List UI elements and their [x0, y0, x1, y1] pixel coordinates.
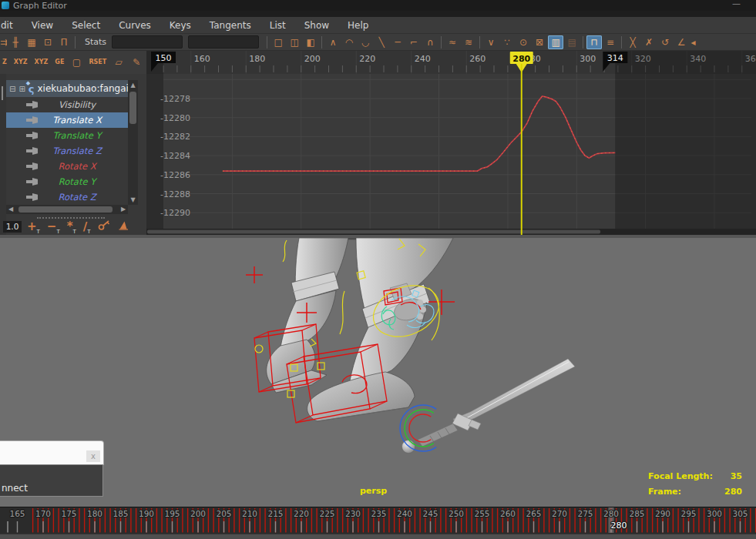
graph-editor-buffer-icon[interactable]: GE — [52, 55, 66, 69]
range-slider-strip[interactable] — [0, 534, 756, 539]
viewport-canvas[interactable] — [0, 238, 756, 507]
horizontal-scrollbar[interactable]: ◀ ▶ — [6, 205, 128, 214]
popup-dialog-header[interactable]: x — [0, 441, 103, 464]
menu-select[interactable]: Select — [62, 20, 109, 31]
graph-hscrollbar-thumb[interactable] — [147, 230, 600, 234]
scrollbar-thumb[interactable] — [18, 206, 113, 213]
channel-label: Translate Y — [6, 130, 128, 141]
key-pin-icon[interactable] — [26, 101, 39, 109]
menu-show[interactable]: Show — [295, 20, 338, 31]
stacked-view-icon[interactable]: ⊓ — [586, 35, 602, 49]
svg-text:300: 300 — [580, 54, 596, 64]
graph-canvas[interactable]: 160180200220240260280300320340360-12278-… — [146, 51, 756, 235]
rotate-xyz-icon[interactable]: XYZ — [12, 55, 30, 69]
channel-row-rotate-x[interactable]: Rotate X — [6, 159, 128, 174]
linear-tangent-icon[interactable]: ╲ — [374, 35, 389, 49]
channel-row-translate-z[interactable]: Translate Z — [6, 143, 128, 159]
retime-tool-icon[interactable]: Π — [56, 35, 72, 49]
expand-icon[interactable]: ⊞ — [18, 85, 25, 93]
frame-all-icon[interactable]: □ — [270, 35, 286, 49]
time-slider[interactable]: 1651701751801851901952002052102152202252… — [0, 507, 756, 534]
key-pin-icon[interactable] — [26, 147, 39, 155]
clamped-tangent-icon[interactable]: ◡ — [358, 35, 373, 49]
svg-text:180: 180 — [87, 509, 102, 518]
scroll-right-icon[interactable]: ▶ — [119, 205, 128, 214]
stats-time-field[interactable] — [112, 35, 183, 49]
scroll-down-icon[interactable]: ▼ — [128, 195, 138, 205]
subtract-keys-icon[interactable]: −T — [47, 219, 60, 233]
menu-dit[interactable]: dit — [0, 20, 22, 31]
key-pin-icon[interactable] — [26, 132, 39, 139]
center-current-time-icon[interactable]: ◧ — [303, 35, 318, 49]
channel-row-translate-x[interactable]: Translate X — [6, 112, 128, 128]
key-pin-icon[interactable] — [26, 193, 39, 201]
break-connection-icon[interactable]: ╳ — [625, 35, 640, 49]
scale-value-field[interactable]: 1.0 — [3, 221, 22, 233]
add-keys-icon[interactable]: +T — [27, 219, 40, 233]
translate-xyz-icon[interactable]: XYZ — [32, 55, 51, 69]
reset-buffer-icon[interactable]: RSET — [86, 55, 109, 69]
popup-dialog-body[interactable]: nnect — [0, 464, 103, 497]
ghost-keys-icon[interactable]: ▢ — [69, 55, 84, 69]
vertical-scrollbar[interactable]: ▲ ▼ — [128, 80, 138, 205]
menu-view[interactable]: View — [22, 20, 62, 31]
popup-menu-item[interactable]: nnect — [2, 483, 28, 494]
frame-playback-range-icon[interactable]: ◫ — [287, 35, 302, 49]
auto-tangent-icon[interactable]: ∧ — [325, 35, 341, 49]
move-nearest-key-icon[interactable]: ╫ — [8, 35, 23, 49]
channel-label: Rotate Z — [6, 192, 128, 203]
filter-cone-icon[interactable] — [118, 219, 131, 233]
unify-tangents-icon[interactable]: ∵ — [499, 35, 515, 49]
channel-row-visibility[interactable]: Visibility — [6, 97, 128, 112]
3d-viewport[interactable]: persp Focal Length: 35 Frame: 280 — [0, 238, 756, 507]
flat-tangent-icon[interactable]: ─ — [390, 35, 405, 49]
region-select-keys-icon[interactable]: ⊡ — [40, 35, 55, 49]
panel-splitter[interactable] — [37, 217, 105, 219]
stats-value-field[interactable] — [188, 35, 259, 49]
multiply-keys-icon[interactable]: *T — [67, 219, 76, 233]
channel-row-rotate-z[interactable]: Rotate Z — [6, 189, 128, 205]
stamp-keys-icon[interactable]: ▱ — [111, 55, 126, 69]
node-name-label: xiekuabubao:fangai_ — [38, 83, 129, 94]
outliner-node-header[interactable]: ⊟ ⊞ ◆ς xiekuabubao:fangai_ — [6, 80, 128, 97]
divide-keys-icon[interactable]: ∕T — [83, 219, 91, 233]
insert-keys-tool-icon[interactable] — [98, 219, 111, 233]
popup-close-button[interactable]: x — [86, 450, 100, 462]
delete-keys-icon[interactable]: ✗ — [641, 35, 657, 49]
menu-keys[interactable]: Keys — [160, 20, 200, 31]
normalized-view-icon[interactable]: ≡ — [603, 35, 618, 49]
free-tangent-weight-icon[interactable]: ⊙ — [516, 35, 531, 49]
retime-keys-icon[interactable]: ↺ — [657, 35, 673, 49]
key-pin-icon[interactable] — [26, 178, 39, 186]
clipped-left-icon[interactable]: ⇉ — [0, 35, 7, 49]
time-snap-icon[interactable]: ▥ — [548, 35, 563, 49]
menu-list[interactable]: List — [260, 20, 295, 31]
toolbar-separator — [479, 36, 480, 49]
buffer-curve-swap-icon[interactable]: ≋ — [461, 35, 476, 49]
scroll-left-icon[interactable]: ◀ — [6, 205, 15, 214]
channel-row-translate-y[interactable]: Translate Y — [6, 128, 128, 143]
scrollbar-thumb[interactable] — [129, 92, 136, 124]
axis-z-fragment-icon[interactable]: Z — [0, 55, 9, 69]
buffer-curve-snapshot-icon[interactable]: ≈ — [445, 35, 460, 49]
break-tangents-icon[interactable]: ∨ — [483, 35, 499, 49]
value-snap-icon[interactable]: ▤ — [564, 35, 580, 49]
clipped-right-icon[interactable]: ◂ — [690, 35, 697, 49]
menu-help[interactable]: Help — [338, 20, 378, 31]
minimize-button[interactable]: — — [732, 0, 741, 8]
menu-tangents[interactable]: Tangents — [200, 20, 260, 31]
lock-tangent-weight-icon[interactable]: ⊠ — [532, 35, 547, 49]
spline-tangent-icon[interactable]: ◠ — [341, 35, 357, 49]
lattice-deform-keys-icon[interactable]: ▦ — [24, 35, 39, 49]
step-tangent-icon[interactable]: ⌐ — [406, 35, 422, 49]
collapse-icon[interactable]: ⊟ — [9, 85, 15, 93]
plateau-tangent-icon[interactable]: ∩ — [422, 35, 438, 49]
snap-angle-icon[interactable]: ∠ — [674, 35, 689, 49]
pose-brush-icon[interactable]: ✎ — [129, 55, 144, 69]
menu-curves[interactable]: Curves — [109, 20, 160, 31]
scroll-up-icon[interactable]: ▲ — [128, 80, 138, 90]
key-pin-icon[interactable] — [26, 162, 39, 170]
key-pin-icon[interactable] — [26, 116, 39, 124]
svg-text:250: 250 — [449, 509, 464, 518]
channel-row-rotate-y[interactable]: Rotate Y — [6, 174, 128, 189]
